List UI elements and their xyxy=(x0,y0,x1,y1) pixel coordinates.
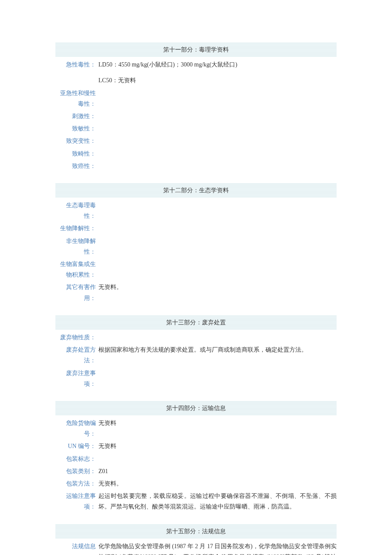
label-irritation: 刺激性： xyxy=(55,111,98,121)
value-dangerous-no: 无资料 xyxy=(98,418,337,428)
row-biodeg: 生物降解性： xyxy=(55,223,337,234)
row-transport-notice: 运输注意事项： 起运时包装要完整，装载应稳妥。运输过程中要确保容器不泄漏、不倒塌… xyxy=(55,491,337,512)
row-acute-toxicity: 急性毒性： LD50：4550 mg/kg(小鼠经口)；3000 mg/kg(大… xyxy=(55,59,337,70)
label-acute-toxicity: 急性毒性： xyxy=(55,59,98,70)
value-acute-toxicity: LD50：4550 mg/kg(小鼠经口)；3000 mg/kg(大鼠经口) xyxy=(98,59,337,70)
label-packaging-cat: 包装类别： xyxy=(55,466,98,477)
label-ecotoxicity: 生态毒理毒性： xyxy=(55,200,98,221)
value-packaging-cat: Z01 xyxy=(98,466,337,477)
row-teratogenicity: 致畸性： xyxy=(55,148,337,159)
value-reg-info: 化学危险物品安全管理条例 (1987 年 2 月 17 日国务院发布)，化学危险… xyxy=(98,541,337,555)
row-ecotoxicity: 生态毒理毒性： xyxy=(55,200,337,221)
row-disposal-precaution: 废弃注意事项： xyxy=(55,368,337,389)
section-15-header: 第十五部分：法规信息 xyxy=(55,524,337,538)
row-nonbiodeg: 非生物降解性： xyxy=(55,236,337,257)
label-teratogenicity: 致畸性： xyxy=(55,148,98,159)
row-disposal-method: 废弃处置方法： 根据国家和地方有关法规的要求处置。或与厂商或制造商联系，确定处置… xyxy=(55,344,337,366)
row-un-no: UN 编号： 无资料 xyxy=(55,441,337,451)
label-carcinogenicity: 致癌性： xyxy=(55,161,98,171)
label-other-harm: 其它有害作用： xyxy=(55,282,98,303)
label-dangerous-no: 危险货物编号： xyxy=(55,418,98,439)
label-reg-info: 法规信息 xyxy=(55,541,98,552)
msds-content: 第十一部分：毒理学资料 急性毒性： LD50：4550 mg/kg(小鼠经口)；… xyxy=(0,0,392,555)
row-chronic: 亚急性和慢性毒性： xyxy=(55,88,337,109)
row-packaging-method: 包装方法： 无资料。 xyxy=(55,478,337,489)
value-other-harm: 无资料。 xyxy=(98,282,337,292)
value-un-no: 无资料 xyxy=(98,441,337,451)
section-12-header: 第十二部分：生态学资料 xyxy=(55,183,337,197)
row-dangerous-no: 危险货物编号： 无资料 xyxy=(55,418,337,439)
value-disposal-method: 根据国家和地方有关法规的要求处置。或与厂商或制造商联系，确定处置方法。 xyxy=(98,344,337,355)
label-un-no: UN 编号： xyxy=(55,441,98,451)
row-waste-nature: 废弃物性质： xyxy=(55,332,337,343)
label-waste-nature: 废弃物性质： xyxy=(55,332,98,343)
value-lc50: LC50：无资料 xyxy=(98,75,337,86)
row-irritation: 刺激性： xyxy=(55,111,337,121)
row-other-harm: 其它有害作用： 无资料。 xyxy=(55,282,337,303)
label-bioaccum: 生物富集或生物积累性： xyxy=(55,259,98,280)
row-carcinogenicity: 致癌性： xyxy=(55,161,337,171)
row-mutagenicity: 致突变性： xyxy=(55,136,337,146)
label-disposal-method: 废弃处置方法： xyxy=(55,344,98,366)
row-bioaccum: 生物富集或生物积累性： xyxy=(55,259,337,280)
label-nonbiodeg: 非生物降解性： xyxy=(55,236,98,257)
label-chronic: 亚急性和慢性毒性： xyxy=(55,88,98,109)
section-11-header: 第十一部分：毒理学资料 xyxy=(55,43,337,57)
label-biodeg: 生物降解性： xyxy=(55,223,98,234)
label-packaging-mark: 包装标志： xyxy=(55,454,98,464)
label-sensitization: 致敏性： xyxy=(55,123,98,134)
row-reg-info: 法规信息 化学危险物品安全管理条例 (1987 年 2 月 17 日国务院发布)… xyxy=(55,541,337,555)
label-mutagenicity: 致突变性： xyxy=(55,136,98,146)
value-transport-notice: 起运时包装要完整，装载应稳妥。运输过程中要确保容器不泄漏、不倒塌、不坠落、不损坏… xyxy=(98,491,337,512)
row-packaging-cat: 包装类别： Z01 xyxy=(55,466,337,477)
label-packaging-method: 包装方法： xyxy=(55,478,98,489)
row-sensitization: 致敏性： xyxy=(55,123,337,134)
section-13-header: 第十三部分：废弃处置 xyxy=(55,315,337,330)
label-disposal-precaution: 废弃注意事项： xyxy=(55,368,98,389)
label-transport-notice: 运输注意事项： xyxy=(55,491,98,512)
row-packaging-mark: 包装标志： xyxy=(55,454,337,464)
value-packaging-method: 无资料。 xyxy=(98,478,337,489)
section-14-header: 第十四部分：运输信息 xyxy=(55,401,337,415)
